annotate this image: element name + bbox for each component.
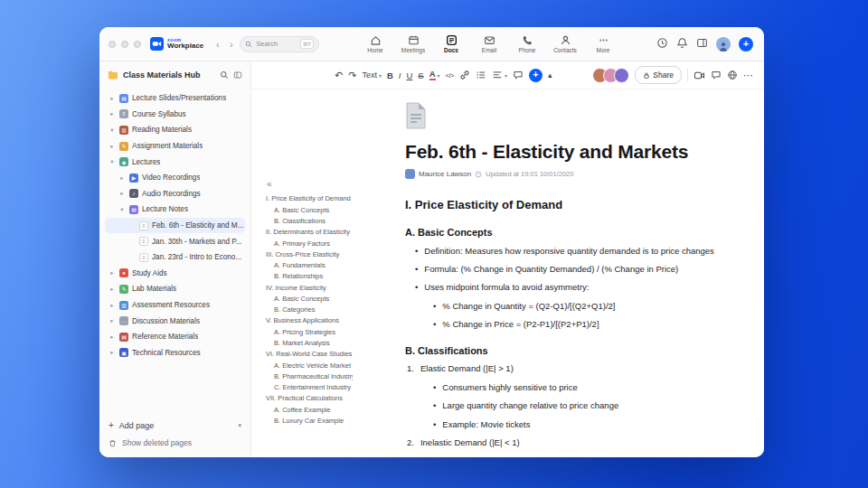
bullet-list-item[interactable]: •Large quantity change relative to price…	[433, 400, 764, 411]
sidebar-item[interactable]: ▾▤Lecture Notes	[105, 202, 245, 218]
undo-button[interactable]: ↶	[335, 70, 343, 80]
doc-subheading[interactable]: A. Basic Concepts	[405, 227, 764, 238]
collaborator-avatars[interactable]	[592, 68, 629, 83]
collaborator-avatar[interactable]	[614, 68, 629, 83]
sidebar-item[interactable]: ▸▣Technical Resources	[105, 345, 245, 361]
sidebar-item[interactable]: ▸▥Assessment Resources	[105, 297, 245, 314]
bullet-list-button[interactable]	[476, 70, 486, 80]
language-button[interactable]	[727, 70, 738, 80]
chevron-right-icon[interactable]: ▸	[108, 95, 116, 102]
chevron-down-icon[interactable]: ▾	[118, 206, 126, 213]
doc-subheading[interactable]: B. Classifications	[405, 345, 764, 356]
bullet-list-item[interactable]: •Example: Movie tickets	[433, 419, 764, 430]
sidebar-item[interactable]: ▾◆Lectures	[105, 154, 245, 170]
side-panel-icon[interactable]	[696, 36, 708, 52]
toc-item[interactable]: A. Electric Vehicle Market	[266, 360, 353, 371]
link-button[interactable]	[459, 70, 470, 80]
sidebar-item[interactable]: ▾▥Reading Materials	[105, 122, 245, 138]
font-color-button[interactable]: A▾	[429, 70, 440, 80]
toc-item[interactable]: C. Entertainment Industry	[266, 382, 353, 393]
chevron-down-icon[interactable]: ▾	[108, 158, 116, 165]
chevron-right-icon[interactable]: ▸	[118, 174, 126, 182]
toc-item[interactable]: A. Fundamentals	[266, 260, 353, 271]
minimize-button[interactable]	[121, 41, 128, 48]
sidebar-item[interactable]: ▸✎Assignment Materials	[105, 138, 245, 155]
back-button[interactable]: ‹	[211, 37, 224, 51]
forward-button[interactable]: ›	[224, 37, 238, 51]
bullet-list-item[interactable]: •% Change in Price = (P2-P1)/[(P2+P1)/2]	[433, 319, 764, 330]
tab-contacts[interactable]: Contacts	[550, 34, 580, 53]
toc-item[interactable]: I. Price Elasticity of Demand	[266, 193, 353, 204]
strikethrough-button[interactable]: S	[418, 70, 423, 80]
bold-button[interactable]: B	[387, 70, 393, 80]
chevron-down-icon[interactable]: ▾	[108, 127, 116, 134]
history-icon[interactable]	[656, 36, 668, 52]
underline-button[interactable]: U	[406, 70, 412, 80]
collapse-outline-icon[interactable]: «	[267, 180, 353, 189]
bullet-list-item[interactable]: •% Change in Quantity = (Q2-Q1)/[(Q2+Q1)…	[433, 301, 764, 312]
toc-item[interactable]: B. Relationships	[266, 271, 353, 282]
insert-block-button[interactable]: +	[529, 69, 542, 82]
tab-more[interactable]: More	[588, 34, 618, 53]
toc-item[interactable]: V. Business Applications	[266, 315, 353, 326]
document-editor[interactable]: Feb. 6th - Elasticity and Markets Mauric…	[405, 89, 764, 457]
toc-item[interactable]: B. Classifications	[266, 216, 353, 227]
tab-home[interactable]: Home	[360, 34, 391, 53]
sidebar-item[interactable]: ▸▶Video Recordings	[105, 170, 245, 186]
sidebar-item[interactable]: ≡Feb. 6th - Elasticity and M...	[105, 218, 245, 234]
chevron-right-icon[interactable]: ▸	[108, 349, 116, 356]
toc-item[interactable]: IV. Income Elasticity	[266, 282, 353, 293]
toc-item[interactable]: II. Determinants of Elasticity	[266, 227, 353, 238]
chevron-right-icon[interactable]: ▸	[108, 143, 116, 150]
toc-item[interactable]: VII. Practical Calculations	[266, 393, 353, 404]
text-style-selector[interactable]: Text▾	[362, 70, 382, 80]
chevron-right-icon[interactable]: ▸	[108, 317, 116, 324]
chevron-right-icon[interactable]: ▸	[118, 190, 126, 197]
align-button[interactable]: ▾	[492, 70, 507, 80]
toc-item[interactable]: A. Primary Factors	[266, 238, 353, 249]
sidebar-item[interactable]: ▸▤Reference Materials	[105, 329, 245, 345]
bullet-list-item[interactable]: •Definition: Measures how responsive qua…	[415, 246, 764, 257]
chevron-right-icon[interactable]: ▸	[108, 110, 116, 117]
bullet-list-item[interactable]: •Uses midpoint formula to avoid asymmetr…	[415, 282, 764, 293]
chevron-right-icon[interactable]: ▸	[108, 286, 116, 293]
chevron-right-icon[interactable]: ▸	[108, 269, 116, 277]
tab-docs[interactable]: Docs	[436, 34, 467, 53]
sidebar-item[interactable]: ▸▤Lecture Slides/Presentations	[105, 90, 245, 107]
close-button[interactable]	[108, 41, 116, 48]
chevron-down-icon[interactable]: ▾	[238, 422, 241, 429]
bullet-list-item[interactable]: •Formula: (% Change in Quantity Demanded…	[415, 264, 764, 275]
sidebar-item[interactable]: ▸…Discussion Materials	[105, 313, 245, 329]
toc-item[interactable]: A. Basic Concepts	[266, 294, 353, 305]
sidebar-item[interactable]: ▸≡Course Syllabus	[105, 107, 245, 123]
share-button[interactable]: Share	[635, 66, 682, 84]
toc-item[interactable]: III. Cross-Price Elasticity	[266, 249, 353, 259]
toc-item[interactable]: A. Pricing Strategies	[266, 326, 353, 337]
tab-phone[interactable]: Phone	[512, 34, 542, 53]
toc-item[interactable]: A. Coffee Example	[266, 404, 353, 415]
sidebar-item[interactable]: ≡Jan. 23rd - Intro to Econo...	[105, 249, 245, 266]
sidebar-item[interactable]: ▸●Study Aids	[105, 266, 245, 282]
chevron-right-icon[interactable]: ▸	[108, 302, 116, 309]
numbered-list-item[interactable]: 2.Inelastic Demand (|E| < 1)	[407, 437, 764, 448]
numbered-list-item[interactable]: 1.Elastic Demand (|E| > 1)	[407, 363, 764, 374]
toc-item[interactable]: VI. Real-World Case Studies	[266, 349, 353, 360]
chevron-right-icon[interactable]: ▸	[108, 333, 116, 341]
maximize-button[interactable]	[134, 41, 141, 48]
notifications-bell-icon[interactable]	[676, 36, 688, 52]
more-options-button[interactable]: ⋯	[743, 70, 753, 80]
show-deleted-pages-button[interactable]: Show deleted pages	[108, 438, 241, 447]
italic-button[interactable]: I	[399, 70, 401, 80]
sidebar-item[interactable]: ≡Jan. 30th - Markets and P...	[105, 233, 245, 249]
toc-item[interactable]: B. Market Analysis	[266, 338, 353, 349]
add-page-button[interactable]: + Add page ▾	[108, 420, 241, 430]
toc-item[interactable]: A. Basic Concepts	[266, 204, 353, 215]
collapse-sidebar-icon[interactable]	[233, 67, 242, 83]
tab-email[interactable]: Email	[474, 34, 505, 53]
sidebar-item[interactable]: ▸♪Audio Recordings	[105, 186, 245, 202]
code-button[interactable]: </>	[446, 71, 454, 80]
sidebar-search-icon[interactable]	[220, 67, 229, 83]
toc-item[interactable]: B. Luxury Car Example	[266, 416, 353, 427]
chat-button[interactable]	[711, 70, 722, 80]
user-avatar[interactable]	[716, 37, 731, 52]
